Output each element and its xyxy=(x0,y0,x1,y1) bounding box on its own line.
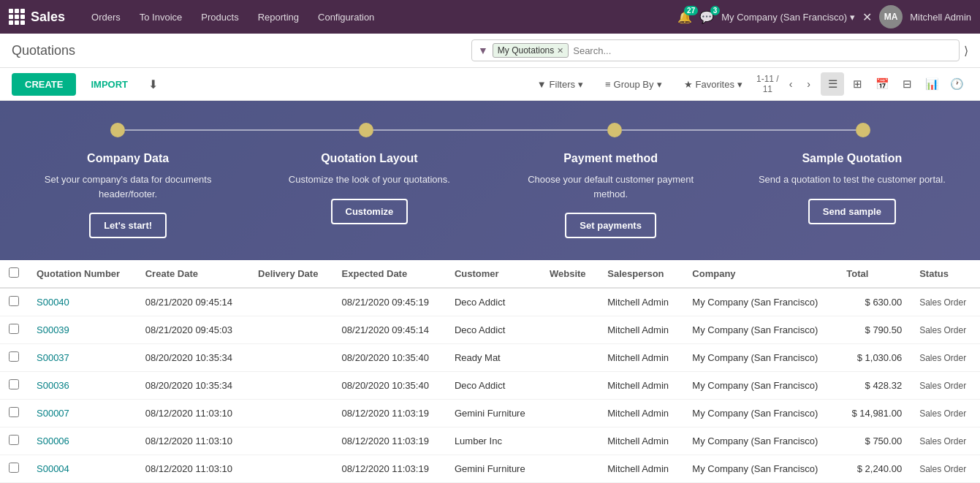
menu-configuration[interactable]: Configuration xyxy=(309,7,383,27)
row-quotation-number[interactable]: S00037 xyxy=(28,344,137,372)
quotations-table-container: Quotation Number Create Date Delivery Da… xyxy=(0,260,980,483)
row-checkbox[interactable] xyxy=(9,351,19,362)
banner-col-desc-3: Choose your default customer payment met… xyxy=(516,172,706,201)
row-checkbox[interactable] xyxy=(9,463,19,473)
table-header: Quotation Number Create Date Delivery Da… xyxy=(0,260,980,288)
apps-grid-icon[interactable] xyxy=(9,9,25,25)
row-quotation-number[interactable]: S00040 xyxy=(28,288,137,316)
messages-icon[interactable]: 💬 3 xyxy=(699,10,714,24)
row-total: $ 1,030.06 xyxy=(837,344,911,372)
brand-logo: Sales xyxy=(31,9,65,25)
import-button[interactable]: IMPORT xyxy=(82,73,137,96)
favorites-chevron-icon: ▾ xyxy=(737,79,742,90)
row-create-date: 08/21/2020 09:45:14 xyxy=(137,288,249,316)
row-status: Sales Order xyxy=(911,344,980,372)
col-website: Website xyxy=(541,260,599,288)
table-row: S00039 08/21/2020 09:45:03 08/21/2020 09… xyxy=(0,316,980,344)
row-quotation-number[interactable]: S00006 xyxy=(28,427,137,455)
row-expected-date: 08/20/2020 10:35:40 xyxy=(333,344,446,372)
download-button[interactable]: ⬇ xyxy=(143,75,164,94)
send-sample-button[interactable]: Send sample xyxy=(808,199,896,224)
row-quotation-number[interactable]: S00007 xyxy=(28,400,137,427)
graph-view-button[interactable]: 📊 xyxy=(920,72,943,96)
search-input[interactable] xyxy=(573,45,953,56)
row-quotation-number[interactable]: S00036 xyxy=(28,372,137,400)
row-quotation-number[interactable]: S00039 xyxy=(28,316,137,344)
pagination: 1-11 / 11 xyxy=(756,74,779,94)
page-title: Quotations xyxy=(12,43,75,58)
col-status: Status xyxy=(911,260,980,288)
calendar-view-button[interactable]: 📅 xyxy=(870,72,894,96)
search-tag-my-quotations: My Quotations ✕ xyxy=(493,43,569,58)
groupby-icon: ≡ xyxy=(605,79,611,90)
row-checkbox-col xyxy=(0,427,28,455)
close-icon[interactable]: ✕ xyxy=(862,10,872,24)
clock-view-button[interactable]: 🕐 xyxy=(945,72,968,96)
menu-to-invoice[interactable]: To Invoice xyxy=(131,7,191,27)
setup-banner: Company Data Set your company's data for… xyxy=(0,101,980,260)
step-dot-4 xyxy=(856,123,870,137)
row-status: Sales Order xyxy=(911,372,980,400)
remove-tag-icon[interactable]: ✕ xyxy=(557,46,563,56)
row-checkbox[interactable] xyxy=(9,435,19,445)
banner-col-title-3: Payment method xyxy=(516,152,706,165)
row-delivery-date xyxy=(249,427,333,455)
customize-button[interactable]: Customize xyxy=(331,199,409,224)
groupby-button[interactable]: ≡ Group By ▾ xyxy=(597,75,670,94)
row-website xyxy=(541,372,599,400)
banner-col-title-4: Sample Quotation xyxy=(757,152,947,165)
pivot-view-button[interactable]: ⊟ xyxy=(895,72,919,96)
table-header-row: Quotation Number Create Date Delivery Da… xyxy=(0,260,980,288)
menu-reporting[interactable]: Reporting xyxy=(249,7,308,27)
row-checkbox-col xyxy=(0,372,28,400)
lets-start-button[interactable]: Let's start! xyxy=(89,213,167,238)
row-company: My Company (San Francisco) xyxy=(683,372,837,400)
row-checkbox[interactable] xyxy=(9,407,19,417)
brand-name: Sales xyxy=(31,9,65,25)
row-delivery-date xyxy=(249,400,333,427)
notification-badge: 27 xyxy=(684,6,698,15)
kanban-view-button[interactable]: ⊞ xyxy=(846,72,869,96)
create-button[interactable]: CREATE xyxy=(12,73,76,96)
pagination-prev-button[interactable]: ‹ xyxy=(785,77,797,91)
row-checkbox-col xyxy=(0,288,28,316)
row-customer: Deco Addict xyxy=(446,316,541,344)
filters-button[interactable]: ▼ Filters ▾ xyxy=(529,75,591,94)
pagination-next-button[interactable]: › xyxy=(802,77,815,91)
notification-bell-icon[interactable]: 🔔 27 xyxy=(677,10,692,24)
favorites-button[interactable]: ★ Favorites ▾ xyxy=(676,75,751,94)
table-row: S00040 08/21/2020 09:45:14 08/21/2020 09… xyxy=(0,288,980,316)
step-line-2 xyxy=(373,129,607,131)
row-delivery-date xyxy=(249,344,333,372)
menu-orders[interactable]: Orders xyxy=(83,7,129,27)
banner-col-quotation-layout: Quotation Layout Customize the look of y… xyxy=(274,152,464,238)
menu-products[interactable]: Products xyxy=(192,7,247,27)
row-checkbox-col xyxy=(0,400,28,427)
set-payments-button[interactable]: Set payments xyxy=(565,213,656,238)
row-checkbox[interactable] xyxy=(9,296,19,306)
select-all-checkbox-col xyxy=(0,260,28,288)
col-create-date: Create Date xyxy=(137,260,249,288)
list-view-button[interactable]: ☰ xyxy=(821,72,844,96)
row-total: $ 630.00 xyxy=(837,288,911,316)
avatar[interactable]: MA xyxy=(879,5,903,28)
row-quotation-number[interactable]: S00004 xyxy=(28,455,137,483)
company-selector[interactable]: My Company (San Francisco) ▾ xyxy=(721,12,855,23)
search-arrow-icon: ⟩ xyxy=(964,44,968,58)
quotations-table: Quotation Number Create Date Delivery Da… xyxy=(0,260,980,483)
col-company: Company xyxy=(683,260,837,288)
col-quotation-number: Quotation Number xyxy=(28,260,137,288)
row-customer: Lumber Inc xyxy=(446,427,541,455)
row-checkbox[interactable] xyxy=(9,379,19,389)
table-row: S00006 08/12/2020 11:03:10 08/12/2020 11… xyxy=(0,427,980,455)
toolbar-right: ▼ Filters ▾ ≡ Group By ▾ ★ Favorites ▾ 1… xyxy=(529,72,968,96)
table-row: S00007 08/12/2020 11:03:10 08/12/2020 11… xyxy=(0,400,980,427)
search-tag-label: My Quotations xyxy=(498,45,554,56)
banner-col-payment-method: Payment method Choose your default custo… xyxy=(516,152,706,238)
col-salesperson: Salesperson xyxy=(599,260,683,288)
row-checkbox[interactable] xyxy=(9,324,19,334)
col-expected-date: Expected Date xyxy=(333,260,446,288)
select-all-checkbox[interactable] xyxy=(9,267,19,278)
row-expected-date: 08/21/2020 09:45:19 xyxy=(333,288,446,316)
row-status: Sales Order xyxy=(911,288,980,316)
